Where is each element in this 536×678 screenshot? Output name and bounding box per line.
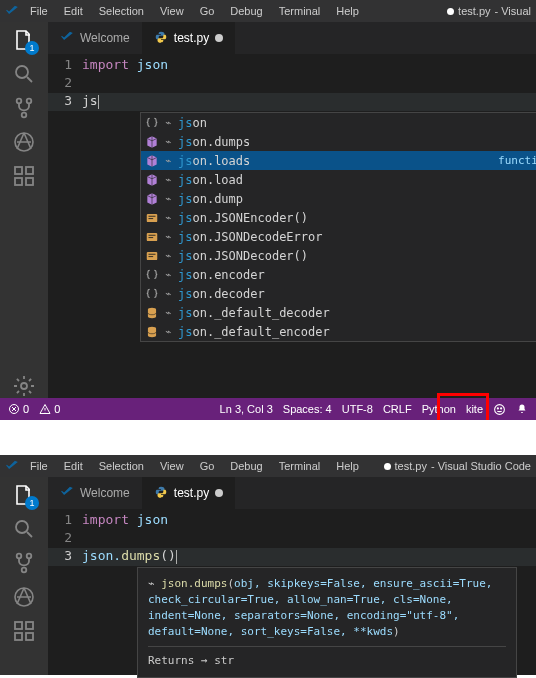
- suggest-item[interactable]: ⌁json.encoder: [141, 265, 536, 284]
- suggest-item[interactable]: ⌁json.JSONDecoder(): [141, 246, 536, 265]
- settings-gear-icon[interactable]: [12, 374, 36, 398]
- explorer-icon[interactable]: 1: [12, 483, 36, 507]
- explorer-icon[interactable]: 1: [12, 28, 36, 52]
- suggest-widget[interactable]: ⌁json⌁json.dumps⌁json.loadsfunction i⌁js…: [140, 112, 536, 342]
- status-warnings[interactable]: 0: [39, 403, 60, 415]
- snip-icon: [145, 249, 159, 263]
- menu-edit[interactable]: Edit: [59, 5, 88, 17]
- svg-point-9: [21, 383, 27, 389]
- menu-terminal[interactable]: Terminal: [274, 460, 326, 472]
- svg-point-16: [495, 404, 505, 414]
- menu-terminal[interactable]: Terminal: [274, 5, 326, 17]
- menu-file[interactable]: File: [25, 460, 53, 472]
- debug-icon[interactable]: [12, 130, 36, 154]
- status-eol[interactable]: CRLF: [383, 403, 412, 415]
- menu-debug[interactable]: Debug: [225, 5, 267, 17]
- suggest-label: json.decoder: [178, 287, 536, 301]
- activity-bar: 1: [0, 22, 48, 398]
- svg-point-20: [17, 554, 22, 559]
- kite-glyph-icon: ⌁: [163, 249, 174, 263]
- status-feedback-icon[interactable]: [493, 403, 506, 416]
- status-bell-icon[interactable]: [516, 403, 528, 415]
- search-icon[interactable]: [12, 517, 36, 541]
- window-title: test.py - Visual Studio Code: [384, 460, 532, 472]
- status-spaces[interactable]: Spaces: 4: [283, 403, 332, 415]
- line-number: 2: [48, 75, 82, 93]
- source-control-icon[interactable]: [12, 96, 36, 120]
- db-icon: [145, 325, 159, 339]
- source-control-icon[interactable]: [12, 551, 36, 575]
- python-file-icon: [154, 485, 168, 502]
- cube-icon: [145, 173, 159, 187]
- kite-glyph-icon: ⌁: [163, 116, 174, 130]
- svg-point-18: [501, 407, 502, 408]
- tab-label: Welcome: [80, 486, 130, 500]
- menu-go[interactable]: Go: [195, 460, 220, 472]
- db-icon: [145, 306, 159, 320]
- suggest-item[interactable]: ⌁json.loadsfunction i: [141, 151, 536, 170]
- menu-help[interactable]: Help: [331, 460, 364, 472]
- suggest-item[interactable]: ⌁json._default_encoder: [141, 322, 536, 341]
- modified-dot-icon: [215, 34, 223, 42]
- suggest-label: json.JSONDecoder(): [178, 249, 536, 263]
- line-number: 3: [48, 93, 82, 111]
- signature-help-tooltip: ⌁ json.dumps(obj, skipkeys=False, ensure…: [137, 567, 517, 675]
- suggest-item[interactable]: ⌁json.load: [141, 170, 536, 189]
- menu-file[interactable]: File: [25, 5, 53, 17]
- code-editor[interactable]: 1 import json 2 3 js ⌁json⌁json.dumps⌁js…: [48, 54, 536, 114]
- menu-view[interactable]: View: [155, 460, 189, 472]
- braces-icon: [145, 287, 159, 301]
- suggest-label: json._default_decoder: [178, 306, 536, 320]
- menu-help[interactable]: Help: [331, 5, 364, 17]
- suggest-item[interactable]: ⌁json.decoder: [141, 284, 536, 303]
- suggest-label: json.load: [178, 173, 536, 187]
- menu-go[interactable]: Go: [195, 5, 220, 17]
- suggest-item[interactable]: ⌁json.JSONDecodeError: [141, 227, 536, 246]
- tab-welcome[interactable]: Welcome: [48, 477, 142, 509]
- kite-glyph-icon: ⌁: [163, 325, 174, 339]
- menu-selection[interactable]: Selection: [94, 5, 149, 17]
- suggest-label: json.loads: [178, 154, 494, 168]
- tab-label: Welcome: [80, 31, 130, 45]
- search-icon[interactable]: [12, 62, 36, 86]
- suggest-item[interactable]: ⌁json.JSONEncoder(): [141, 208, 536, 227]
- suggest-label: json._default_encoder: [178, 325, 536, 339]
- kite-glyph-icon: ⌁: [163, 268, 174, 282]
- extensions-icon[interactable]: [12, 164, 36, 188]
- line-number: 1: [48, 57, 82, 75]
- braces-icon: [145, 268, 159, 282]
- activity-bar: 1: [0, 477, 48, 675]
- tab-test-py[interactable]: test.py: [142, 477, 235, 509]
- status-cursor-pos[interactable]: Ln 3, Col 3: [220, 403, 273, 415]
- title-filename: test.py: [458, 5, 490, 17]
- extensions-icon[interactable]: [12, 619, 36, 643]
- status-encoding[interactable]: UTF-8: [342, 403, 373, 415]
- text-caret: [176, 550, 177, 564]
- main-area: 1: [0, 22, 536, 398]
- svg-rect-27: [26, 633, 33, 640]
- tab-bar: Welcome test.py: [48, 477, 536, 509]
- menu-debug[interactable]: Debug: [225, 460, 267, 472]
- suggest-item[interactable]: ⌁json._default_decoder: [141, 303, 536, 322]
- menu-edit[interactable]: Edit: [59, 460, 88, 472]
- suggest-item[interactable]: ⌁json.dumps: [141, 132, 536, 151]
- svg-rect-5: [15, 167, 22, 174]
- explorer-badge: 1: [25, 41, 39, 55]
- debug-icon[interactable]: [12, 585, 36, 609]
- suggest-label: json.dump: [178, 192, 536, 206]
- status-errors[interactable]: 0: [8, 403, 29, 415]
- vscode-window-1: File Edit Selection View Go Debug Termin…: [0, 0, 536, 420]
- modified-dot-icon: [215, 489, 223, 497]
- status-language[interactable]: Python: [422, 403, 456, 415]
- tab-welcome[interactable]: Welcome: [48, 22, 142, 54]
- code-editor[interactable]: 1 import json 2 3 json.dumps(): [48, 509, 536, 569]
- status-kite[interactable]: kite: [466, 403, 483, 415]
- kite-glyph-icon: ⌁: [163, 230, 174, 244]
- suggest-item[interactable]: ⌁json.dump: [141, 189, 536, 208]
- menu-view[interactable]: View: [155, 5, 189, 17]
- line-number: 1: [48, 512, 82, 530]
- tab-test-py[interactable]: test.py: [142, 22, 235, 54]
- menu-selection[interactable]: Selection: [94, 460, 149, 472]
- suggest-hint: function i: [498, 154, 536, 167]
- suggest-item[interactable]: ⌁json: [141, 113, 536, 132]
